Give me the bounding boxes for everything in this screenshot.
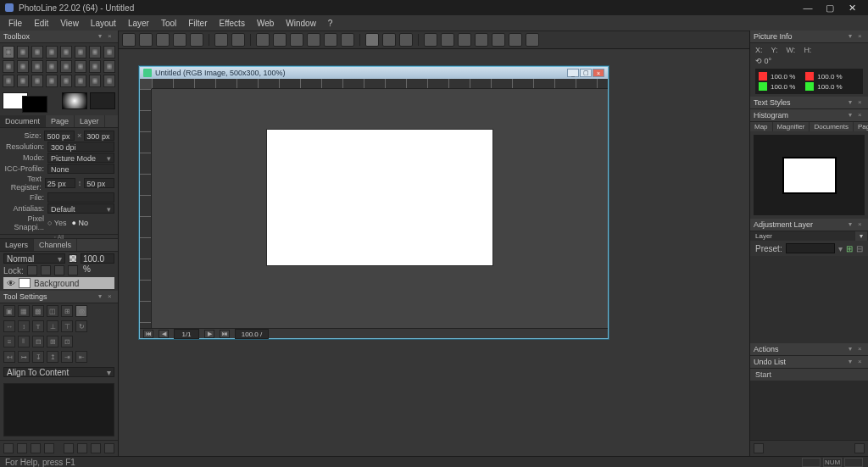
histogram-header[interactable]: Histogram ▾× <box>750 109 868 122</box>
size-height[interactable]: 300 px <box>84 131 114 141</box>
lock-position[interactable] <box>54 265 64 275</box>
align-to-select[interactable]: Align To Content <box>3 367 114 377</box>
panel-collapse-icon[interactable]: ▾ <box>98 33 105 40</box>
gradient-map-icon[interactable] <box>492 33 505 47</box>
save-icon[interactable] <box>156 33 170 47</box>
zoom-indicator[interactable]: 100.0 / <box>235 329 269 339</box>
tab-documents[interactable]: Documents <box>810 122 853 131</box>
first-page-button[interactable]: ⏮ <box>143 330 153 338</box>
footer-icon[interactable] <box>854 443 865 453</box>
smudge-tool[interactable] <box>17 75 29 87</box>
align-btn[interactable]: ⊞ <box>61 305 73 317</box>
transform-btn[interactable]: T <box>32 320 44 332</box>
spacing-btn[interactable]: ↤ <box>3 351 15 363</box>
sponge-tool[interactable] <box>75 75 86 87</box>
select-tool[interactable] <box>17 46 29 58</box>
prev-page-button[interactable]: ◀ <box>159 330 169 338</box>
spacing-btn[interactable]: ↦ <box>18 351 30 363</box>
maximize-button[interactable]: ▢ <box>819 2 841 14</box>
tab-page[interactable]: Page <box>46 115 75 127</box>
rotate-right-icon[interactable] <box>324 33 337 47</box>
target-icon[interactable] <box>382 33 396 47</box>
cut-icon[interactable] <box>256 33 270 47</box>
dodge-tool[interactable] <box>46 75 58 87</box>
doc-minimize-button[interactable]: _ <box>567 69 579 77</box>
preset-delete-icon[interactable]: ⊟ <box>856 244 863 253</box>
rotate-left-icon[interactable] <box>307 33 320 47</box>
levels-icon[interactable] <box>424 33 437 47</box>
copy-icon[interactable] <box>273 33 287 47</box>
canvas[interactable] <box>267 130 492 265</box>
page-indicator[interactable]: 1/1 <box>174 329 199 339</box>
eraser-tool[interactable] <box>60 60 72 73</box>
new-icon[interactable] <box>122 33 136 47</box>
background-color[interactable] <box>22 96 47 113</box>
balance-icon[interactable] <box>475 33 488 47</box>
align-btn[interactable]: ▦ <box>18 305 30 317</box>
export-icon[interactable] <box>190 33 203 47</box>
spacing-btn[interactable]: ↧ <box>32 351 44 363</box>
warp-tool[interactable] <box>89 75 101 87</box>
opacity-field[interactable]: 100.0 % <box>81 253 114 264</box>
burn-tool[interactable] <box>60 75 72 87</box>
curves-icon[interactable] <box>441 33 454 47</box>
distribute-btn[interactable]: ⊞ <box>47 336 58 347</box>
transform-btn[interactable]: ↕ <box>18 320 30 332</box>
lasso-tool[interactable] <box>31 46 43 58</box>
horizontal-ruler[interactable] <box>152 79 608 89</box>
navigator[interactable] <box>754 135 865 215</box>
footer-icon[interactable] <box>3 443 14 453</box>
footer-icon[interactable] <box>754 443 764 453</box>
tab-map[interactable]: Map <box>750 122 773 131</box>
tab-magnifier[interactable]: Magnifier <box>773 122 810 131</box>
mode-select[interactable]: Picture Mode <box>47 153 114 163</box>
hand-tool[interactable] <box>89 60 101 73</box>
footer-icon[interactable] <box>17 443 27 453</box>
menu-layout[interactable]: Layout <box>86 18 121 29</box>
distribute-btn[interactable]: ≡ <box>3 336 15 347</box>
doc-maximize-button[interactable]: ▢ <box>580 69 592 77</box>
clone-tool[interactable] <box>103 46 115 58</box>
align-btn[interactable]: ◎ <box>75 305 87 317</box>
close-button[interactable]: ✕ <box>841 2 863 14</box>
transform-btn[interactable]: ↻ <box>75 320 87 332</box>
undo-list-header[interactable]: Undo List ▾× <box>750 356 868 369</box>
blend-mode-select[interactable]: Normal <box>3 253 65 264</box>
text-tool[interactable] <box>46 46 58 58</box>
gradient-tool[interactable] <box>3 60 14 73</box>
shape-tool[interactable] <box>31 60 43 73</box>
snap-no-radio[interactable]: ● No <box>71 219 87 227</box>
tab-layers[interactable]: Layers <box>0 239 34 251</box>
next-page-button[interactable]: ▶ <box>204 330 214 338</box>
flip-icon[interactable] <box>341 33 354 47</box>
footer-icon[interactable] <box>77 443 87 453</box>
preset-add-icon[interactable]: ⊞ <box>846 244 853 253</box>
resolution-field[interactable]: 300 dpi <box>47 142 114 152</box>
footer-icon[interactable] <box>31 443 41 453</box>
menu-filter[interactable]: Filter <box>183 18 212 29</box>
stamp-tool[interactable] <box>103 75 115 87</box>
spacing-btn[interactable]: ⇤ <box>75 351 87 363</box>
document-window[interactable]: Untitled (RGB Image, 500x300, 100%) _ ▢ … <box>139 66 609 339</box>
icc-field[interactable]: None <box>47 164 114 174</box>
menu-window[interactable]: Window <box>281 18 321 29</box>
move-tool[interactable] <box>3 46 14 58</box>
preset-select[interactable] <box>786 243 835 253</box>
measure-tool[interactable] <box>103 60 115 73</box>
threshold-icon[interactable] <box>509 33 522 47</box>
distribute-btn[interactable]: ⫴ <box>18 336 30 347</box>
flag-icon[interactable] <box>526 33 539 47</box>
panel-close-icon[interactable]: × <box>108 33 114 40</box>
text-register-a[interactable]: 25 px <box>45 178 75 188</box>
open-icon[interactable] <box>139 33 153 47</box>
menu-file[interactable]: File <box>3 18 27 29</box>
document-window-titlebar[interactable]: Untitled (RGB Image, 500x300, 100%) _ ▢ … <box>140 67 608 79</box>
blur-tool[interactable] <box>31 75 43 87</box>
doc-close-button[interactable]: × <box>593 69 604 77</box>
footer-icon[interactable] <box>64 443 74 453</box>
spacing-btn[interactable]: ↥ <box>47 351 58 363</box>
size-width[interactable]: 500 px <box>44 131 75 141</box>
antialias-select[interactable]: Default <box>47 203 114 214</box>
menu-effects[interactable]: Effects <box>214 18 250 29</box>
gear-icon[interactable] <box>104 443 114 453</box>
